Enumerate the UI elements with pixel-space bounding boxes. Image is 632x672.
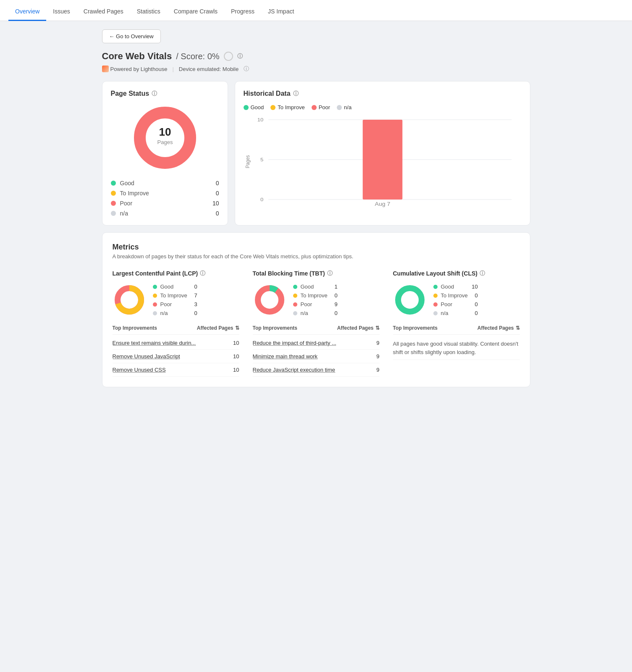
bar-chart: 10 5 0 Pages Aug 7 [244,116,522,208]
tbt-donut [253,283,286,317]
nav-item-statistics[interactable]: Statistics [130,2,167,21]
cls-good-message-row: All pages have good visual stability. Co… [393,336,520,360]
hist-good-dot [244,105,249,110]
metrics-subtitle: A breakdown of pages by their status for… [113,253,520,260]
cls-title: Cumulative Layout Shift (CLS) ⓘ [393,270,520,277]
hist-improve-dot [270,105,275,110]
cls-sort-icon[interactable]: ⇅ [516,325,520,331]
nav-item-js-impact[interactable]: JS Impact [261,2,301,21]
tbt-improvement-1: Reduce the impact of third-party ... 9 [253,336,380,350]
improve-dot [111,191,116,196]
metrics-card: Metrics A breakdown of pages by their st… [102,232,530,387]
page-title: Core Web Vitals / Score: 0% ⓘ [102,51,530,62]
cls-top: Good 10 To Improve 0 Poor 0 [393,283,520,317]
main-nav: Overview Issues Crawled Pages Statistics… [0,0,632,21]
device-info-icon[interactable]: ⓘ [244,65,249,73]
svg-text:Aug 7: Aug 7 [375,201,390,207]
tbt-improve-dot [293,294,297,298]
historical-info-icon[interactable]: ⓘ [293,90,299,97]
lcp-title: Largest Contentful Paint (LCP) ⓘ [113,270,239,277]
tbt-top: Good 1 To Improve 0 Poor 9 [253,283,380,317]
lcp-improvement-link-2[interactable]: Remove Unused JavaScript [113,353,180,360]
cls-legend: Good 10 To Improve 0 Poor 0 [433,284,478,316]
lcp-improve-dot [153,294,157,298]
lcp-improvement-link-3[interactable]: Remove Unused CSS [113,367,166,373]
lighthouse-badge: Powered by Lighthouse [102,66,168,72]
tbt-improvements-header: Top Improvements Affected Pages ⇅ [253,325,380,335]
lcp-improve: To Improve 7 [153,292,197,299]
hist-legend-na: n/a [337,104,351,110]
nav-item-issues[interactable]: Issues [46,2,76,21]
poor-value: 10 [211,200,219,207]
hist-na-label: n/a [344,104,351,110]
nav-item-compare-crawls[interactable]: Compare Crawls [167,2,224,21]
core-web-vitals-label: Core Web Vitals [102,51,172,62]
hist-na-dot [337,105,342,110]
hist-poor-dot [312,105,317,110]
tbt-improvement-2: Minimize main thread work 9 [253,350,380,363]
lcp-na-dot [153,311,157,315]
lcp-na: n/a 0 [153,310,197,316]
tbt-info-icon[interactable]: ⓘ [327,270,333,277]
hist-legend-poor: Poor [312,104,330,110]
cls-improvements-header: Top Improvements Affected Pages ⇅ [393,325,520,335]
lcp-improvements-header: Top Improvements Affected Pages ⇅ [113,325,239,335]
improve-value: 0 [211,190,219,197]
cls-info-icon[interactable]: ⓘ [480,270,485,277]
cls-na-dot [433,311,438,315]
page-status-title: Page Status ⓘ [111,90,219,97]
nav-item-overview[interactable]: Overview [8,2,46,21]
lcp-poor-dot [153,302,157,307]
historical-legend: Good To Improve Poor n/a [244,104,522,110]
cls-improve-dot [433,294,438,298]
cls-poor-dot [433,302,438,307]
cls-donut [393,283,427,317]
tbt-improvement-link-2[interactable]: Minimize main thread work [253,353,318,360]
good-label: Good [120,180,207,186]
back-button[interactable]: ← Go to Overview [102,29,161,43]
tbt-column: Total Blocking Time (TBT) ⓘ [253,270,380,377]
improve-label: To Improve [120,190,207,197]
cls-good-dot [433,285,438,289]
metrics-grid: Largest Contentful Paint (LCP) ⓘ [113,270,520,377]
tbt-improvement-link-1[interactable]: Reduce the impact of third-party ... [253,340,336,346]
score-circle-icon [224,52,233,61]
lighthouse-icon [102,66,109,72]
divider: | [172,66,173,72]
legend-to-improve: To Improve 0 [111,190,219,197]
lcp-info-icon[interactable]: ⓘ [200,270,205,277]
legend-na: n/a 0 [111,210,219,217]
hist-legend-good: Good [244,104,264,110]
tbt-improve: To Improve 0 [293,292,338,299]
na-dot [111,211,116,216]
sort-icon[interactable]: ⇅ [235,325,239,331]
lighthouse-label: Powered by Lighthouse [110,66,168,72]
hist-legend-improve: To Improve [270,104,304,110]
tbt-count-2: 9 [376,353,379,360]
lcp-good: Good 0 [153,284,197,290]
lcp-good-dot [153,285,157,289]
tbt-legend: Good 1 To Improve 0 Poor 9 [293,284,338,316]
tbt-good-dot [293,285,297,289]
tbt-improvement-link-3[interactable]: Reduce JavaScript execution time [253,367,336,373]
score-info-icon[interactable]: ⓘ [237,52,243,60]
svg-rect-11 [362,120,402,200]
page-status-info-icon[interactable]: ⓘ [152,90,157,97]
svg-point-16 [124,295,134,305]
tbt-sort-icon[interactable]: ⇅ [375,325,380,331]
page-status-legend: Good 0 To Improve 0 Poor 10 n/a 0 [111,180,219,217]
hist-good-label: Good [251,104,264,110]
nav-item-progress[interactable]: Progress [224,2,261,21]
lcp-column: Largest Contentful Paint (LCP) ⓘ [113,270,239,377]
metrics-title: Metrics [113,243,520,252]
lcp-improvement-link-1[interactable]: Ensure text remains visible durin... [113,340,196,346]
device-label: Device emulated: Mobile [179,66,239,72]
lcp-count-3: 10 [233,367,239,373]
tbt-poor: Poor 9 [293,301,338,307]
svg-text:Pages: Pages [157,139,173,145]
good-value: 0 [211,180,219,186]
nav-item-crawled-pages[interactable]: Crawled Pages [77,2,130,21]
historical-data-card: Historical Data ⓘ Good To Improve Poor [235,81,530,226]
na-label: n/a [120,210,207,217]
cls-good-message: All pages have good visual stability. Co… [393,340,520,356]
